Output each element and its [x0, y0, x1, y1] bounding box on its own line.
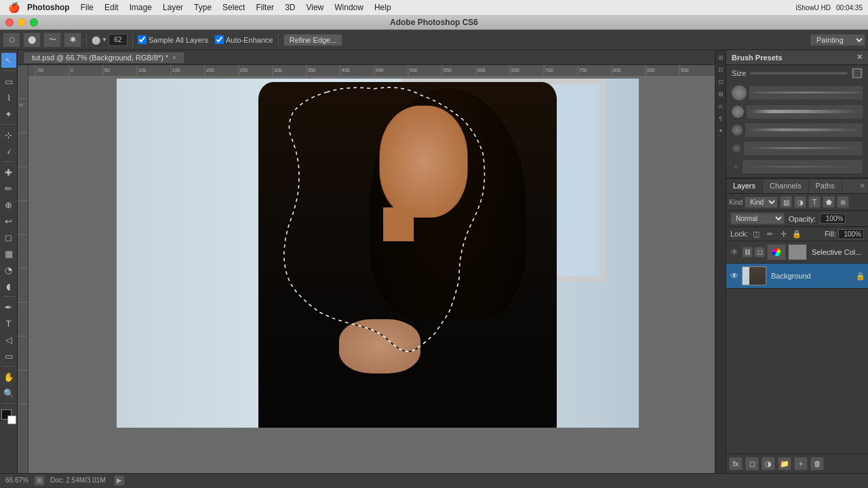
menu-select[interactable]: Select: [217, 3, 250, 12]
brush-size-input[interactable]: [108, 34, 127, 46]
layer-item-background[interactable]: 👁 Background 🔒: [726, 264, 868, 289]
refine-edge-button[interactable]: Refine Edge...: [283, 34, 343, 46]
layer-type-btn[interactable]: T: [808, 196, 821, 208]
eyedropper-tool[interactable]: 𝒾: [1, 144, 16, 159]
hand-tool[interactable]: ✋: [1, 369, 16, 384]
window-maximize-button[interactable]: [30, 18, 38, 26]
layer-group-button[interactable]: 📁: [778, 457, 791, 470]
brush-panel-close[interactable]: ✕: [856, 53, 863, 62]
time-display: 00:04:35: [836, 4, 863, 12]
background-color[interactable]: [7, 415, 16, 424]
tab-layers[interactable]: Layers: [726, 179, 763, 193]
move-tool[interactable]: ↖: [1, 53, 16, 68]
tab-close-button[interactable]: ×: [172, 54, 176, 61]
brush-tool-1[interactable]: ⬤: [23, 33, 41, 47]
quick-selection-tool[interactable]: ⬡: [3, 33, 20, 47]
gradient-tool[interactable]: ▦: [1, 246, 16, 261]
menu-window[interactable]: Window: [329, 3, 369, 12]
shape-tool[interactable]: ▭: [1, 348, 16, 363]
layer-smart-btn[interactable]: ⊛: [837, 196, 849, 208]
menu-view[interactable]: View: [300, 3, 329, 12]
blend-mode-select[interactable]: Normal Multiply Screen Overlay: [730, 213, 785, 224]
menu-edit[interactable]: Edit: [99, 3, 124, 12]
layer-visibility-2[interactable]: 👁: [729, 270, 740, 281]
brush-size-slider[interactable]: [750, 72, 848, 75]
panel-icon-3[interactable]: ⊡: [716, 77, 726, 87]
history-brush[interactable]: ↩: [1, 214, 16, 228]
type-tool[interactable]: T: [1, 316, 16, 331]
menu-help[interactable]: Help: [369, 3, 397, 12]
zoom-tool[interactable]: 🔍: [1, 386, 16, 401]
clone-stamp[interactable]: ⊕: [1, 197, 16, 212]
brush-preset-2[interactable]: [729, 104, 865, 120]
panel-icon-7[interactable]: ✦: [716, 126, 726, 136]
workspace-preset-select[interactable]: Painting Essentials Design: [810, 34, 865, 46]
menu-filter[interactable]: Filter: [250, 3, 279, 12]
menu-image[interactable]: Image: [124, 3, 157, 12]
brush-preset-4[interactable]: [729, 140, 865, 157]
brush-preset-3[interactable]: [729, 122, 865, 138]
layer-pixel-btn[interactable]: ▧: [780, 196, 792, 208]
quick-select-tool[interactable]: ✦: [1, 106, 16, 121]
crop-tool[interactable]: ⊹: [1, 127, 16, 142]
brush-options-btn[interactable]: [852, 68, 863, 79]
layer-delete-button[interactable]: 🗑: [810, 457, 824, 470]
eraser-tool[interactable]: ◻: [1, 230, 16, 245]
brush-preset-5[interactable]: [729, 159, 865, 175]
document-tab[interactable]: tut.psd @ 66.7% (Background, RGB/8*) * ×: [23, 52, 185, 63]
layer-adj-btn[interactable]: ◑: [794, 196, 806, 208]
kind-label: Kind: [729, 199, 743, 206]
panel-icon-1[interactable]: ⊞: [716, 53, 726, 62]
layer-shape-btn[interactable]: ⬟: [823, 196, 835, 208]
sample-all-layers-checkbox[interactable]: Sample All Layers: [138, 35, 208, 44]
menu-type[interactable]: Type: [189, 3, 217, 12]
layer-kind-select[interactable]: Kind: [745, 197, 778, 208]
menu-file[interactable]: File: [75, 3, 99, 12]
auto-enhance-checkbox[interactable]: Auto-Enhance: [215, 35, 273, 44]
brush-tool[interactable]: ✏: [1, 181, 16, 196]
pen-tool[interactable]: ✒: [1, 300, 16, 314]
screen-recorder-info: iShowU HD: [795, 4, 831, 12]
brush-tool-3[interactable]: ✱: [64, 33, 81, 47]
layer-item-selective-color[interactable]: 👁 ⛓ ◻ Selective Col...: [726, 241, 868, 264]
svg-text:-50: -50: [37, 68, 43, 73]
layer-adj-button[interactable]: ◑: [762, 457, 775, 470]
color-boxes[interactable]: [1, 409, 16, 424]
panel-icon-5[interactable]: A: [716, 102, 726, 111]
path-select-tool[interactable]: ◁: [1, 332, 16, 347]
tab-paths[interactable]: Paths: [809, 179, 842, 193]
lock-all-icon[interactable]: 🔒: [791, 228, 802, 239]
panel-icon-6[interactable]: ¶: [716, 114, 726, 123]
fill-input[interactable]: [838, 229, 864, 239]
tab-channels[interactable]: Channels: [763, 179, 808, 193]
blur-tool[interactable]: ◔: [1, 262, 16, 277]
window-close-button[interactable]: [5, 18, 14, 26]
menu-layer[interactable]: Layer: [157, 3, 189, 12]
brush-tool-2[interactable]: 〜: [43, 33, 61, 47]
layer-new-button[interactable]: +: [794, 457, 808, 470]
canvas-container[interactable]: -50 0 50 100 150 200 250: [28, 65, 715, 473]
panel-icon-2[interactable]: ⊟: [716, 65, 726, 75]
app-name[interactable]: Photoshop: [27, 3, 70, 12]
lock-pixels-icon[interactable]: ✏: [764, 228, 775, 239]
window-minimize-button[interactable]: [18, 18, 26, 26]
layers-panel-close[interactable]: ✕: [856, 179, 868, 193]
lock-position-icon[interactable]: ✛: [778, 228, 789, 239]
healing-brush[interactable]: ✚: [1, 165, 16, 180]
layer-visibility-1[interactable]: 👁: [729, 247, 740, 258]
snap-button[interactable]: ⊞: [34, 475, 45, 486]
dodge-tool[interactable]: ◖: [1, 279, 16, 293]
opacity-input[interactable]: [820, 214, 846, 224]
brush-preset-1[interactable]: [729, 84, 865, 102]
layer-fx-button[interactable]: fx: [729, 457, 743, 470]
photo-canvas[interactable]: [117, 79, 639, 428]
panel-icon-4[interactable]: ⊠: [716, 89, 726, 99]
apple-menu[interactable]: 🍎: [0, 2, 27, 13]
menu-3d[interactable]: 3D: [279, 3, 300, 12]
marquee-tool[interactable]: ▭: [1, 74, 16, 89]
svg-text:650: 650: [511, 68, 519, 73]
layer-mask-button[interactable]: ◻: [745, 457, 759, 470]
play-button[interactable]: ▶: [114, 475, 125, 486]
lasso-tool[interactable]: ⌇: [1, 90, 16, 105]
lock-transparency-icon[interactable]: ◫: [751, 228, 762, 239]
